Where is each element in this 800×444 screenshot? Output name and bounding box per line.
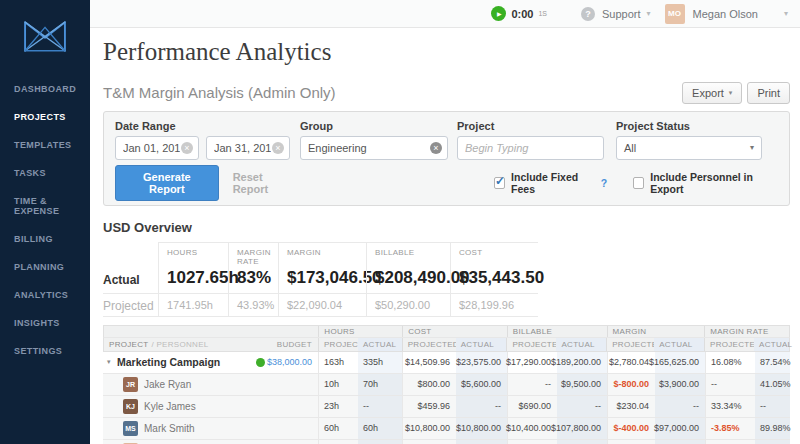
sidebar-item-projects[interactable]: PROJECTS [0, 103, 90, 131]
column-header-actual: ACTUAL [654, 338, 704, 351]
project-row[interactable]: ▾Marketing Campaign$38,000.00163h335h$14… [103, 352, 790, 374]
clear-date-end-icon[interactable]: × [272, 142, 284, 154]
date-end-wrapper: × [206, 136, 290, 160]
column-header-projected: PROJECTED [506, 338, 556, 351]
cell-actual: $3,900.00 [655, 374, 705, 395]
column-header-actual: ACTUAL [754, 338, 789, 351]
cell-actual: 89.98% [755, 418, 790, 439]
report-title: T&M Margin Analysis (Admin Only) [103, 84, 336, 101]
cell-actual: -- [456, 396, 507, 417]
sidebar-item-tasks[interactable]: TASKS [0, 159, 90, 187]
budget-value [270, 396, 318, 417]
cell-actual: -- [655, 396, 705, 417]
cell-actual: $5,600.00 [456, 374, 507, 395]
include-fixed-fees-checkbox-group[interactable]: ✓ Include Fixed Fees ? [494, 171, 607, 195]
check-icon: ✓ [495, 174, 505, 188]
overview-column-header: COST [450, 242, 538, 268]
cell-projected: 10h [318, 374, 358, 395]
sidebar-item-analytics[interactable]: ANALYTICS [0, 281, 90, 309]
support-menu[interactable]: Support [602, 8, 641, 20]
export-button[interactable]: Export ▾ [682, 82, 742, 104]
status-dot-cell [250, 374, 270, 395]
checkbox-unchecked-icon[interactable] [633, 177, 644, 189]
cell-actual: $107,800.00 [557, 418, 607, 439]
overview-corner [103, 242, 158, 268]
support-chevron-icon[interactable]: ▾ [647, 9, 651, 18]
sidebar-item-dashboard[interactable]: DASHBOARD [0, 75, 90, 103]
sidebar-item-templates[interactable]: TEMPLATES [0, 131, 90, 159]
sidebar-item-insights[interactable]: INSIGHTS [0, 309, 90, 337]
table-group-header: MARGIN [607, 326, 705, 337]
status-dot-cell [250, 440, 270, 444]
budget-value[interactable]: $38,000.00 [270, 352, 318, 373]
print-button[interactable]: Print [747, 82, 790, 104]
project-field: Project [457, 120, 604, 160]
page-title: Performance Analytics [103, 38, 790, 66]
overview-projected-value: 43.93% [228, 293, 278, 317]
cell-actual: 70h [358, 374, 402, 395]
user-name[interactable]: Megan Olson [693, 8, 758, 20]
overview-projected-value: 1741.95h [158, 293, 228, 317]
project-input[interactable] [465, 142, 585, 154]
caret-expanded-icon[interactable]: ▾ [107, 358, 117, 366]
sidebar-item-billing[interactable]: BILLING [0, 225, 90, 253]
mavenlink-logo[interactable] [19, 13, 71, 59]
user-avatar[interactable]: MO [665, 4, 685, 24]
reset-report-link[interactable]: Reset Report [233, 171, 296, 195]
cell-projected: -- [507, 374, 557, 395]
cell-projected: $-800.00 [607, 374, 655, 395]
personnel-row[interactable]: KJKyle James23h--$459.96--$690.00--$230.… [103, 396, 790, 418]
include-personnel-checkbox-group[interactable]: Include Personnel in Export [633, 171, 778, 195]
row-name-cell: ▾Marketing Campaign [103, 352, 250, 373]
table-group-spacer [104, 326, 318, 337]
generate-report-button[interactable]: Generate Report [115, 165, 219, 201]
cell-projected: $459.96 [402, 396, 456, 417]
cell-projected: 163h [318, 352, 358, 373]
cell-actual: 90.02% [755, 440, 790, 444]
header-buttons: Export ▾ Print [682, 82, 790, 104]
sidebar-item-time-expense[interactable]: TIME & EXPENSE [0, 187, 90, 225]
column-header-projected: PROJECTED [606, 338, 654, 351]
cell-actual: 41.05% [755, 374, 790, 395]
sidebar-item-planning[interactable]: PLANNING [0, 253, 90, 281]
project-status-field: Project Status All ▾ [616, 120, 762, 160]
cell-actual: 335h [358, 352, 402, 373]
row-name-cell: KJKyle James [103, 396, 250, 417]
cell-actual: $7,175.00 [456, 440, 507, 444]
cell-projected: $230.04 [607, 396, 655, 417]
checkbox-checked-icon[interactable]: ✓ [494, 177, 505, 189]
user-menu-chevron-icon[interactable]: ▾ [784, 9, 788, 18]
cell-actual: $97,000.00 [655, 418, 705, 439]
cell-projected: 60.48% [705, 440, 755, 444]
cell-actual: 60h [358, 418, 402, 439]
personnel-row[interactable]: JRJake Ryan10h70h$800.00$5,600.00--$9,50… [103, 374, 790, 396]
clear-group-icon[interactable]: × [430, 142, 442, 154]
timer-play-icon[interactable]: ▶ [491, 6, 506, 21]
cell-actual: $10,800.00 [456, 418, 507, 439]
table-group-header: MARGIN RATE [704, 326, 789, 337]
clear-date-start-icon[interactable]: × [181, 142, 193, 154]
cell-projected: 60h [318, 418, 358, 439]
cell-projected: $10,400.00 [507, 418, 557, 439]
personnel-row[interactable]: MSMark Smith60h60h$10,800.00$10,800.00$1… [103, 418, 790, 440]
fixed-fees-help-icon[interactable]: ? [601, 177, 607, 189]
group-label: Group [300, 120, 448, 132]
app-window: DASHBOARDPROJECTSTEMPLATESTASKSTIME & EX… [0, 0, 800, 444]
cell-projected: $-400.00 [607, 418, 655, 439]
cell-actual: 87.54% [755, 352, 790, 373]
overview-actual-value: $208,490.00 [366, 268, 450, 293]
sidebar-item-settings[interactable]: SETTINGS [0, 337, 90, 365]
support-help-icon[interactable]: ? [581, 7, 595, 21]
overview-actual-value: $173,046.50 [278, 268, 366, 293]
include-personnel-label: Include Personnel in Export [650, 171, 778, 195]
report-header: T&M Margin Analysis (Admin Only) Export … [103, 82, 790, 104]
select-caret-icon: ▾ [750, 143, 754, 152]
date-start-input[interactable] [123, 142, 180, 154]
personnel-row[interactable]: MOMegan Olson70h205h$2,450.00$7,175.00$6… [103, 440, 790, 444]
overview-projected-value: $28,199.96 [450, 293, 538, 317]
date-end-input[interactable] [214, 142, 271, 154]
group-input-wrapper: × [300, 136, 448, 160]
overview-actual-value: 83% [228, 268, 278, 293]
project-status-select[interactable]: All ▾ [616, 136, 762, 160]
group-input[interactable] [308, 142, 429, 154]
